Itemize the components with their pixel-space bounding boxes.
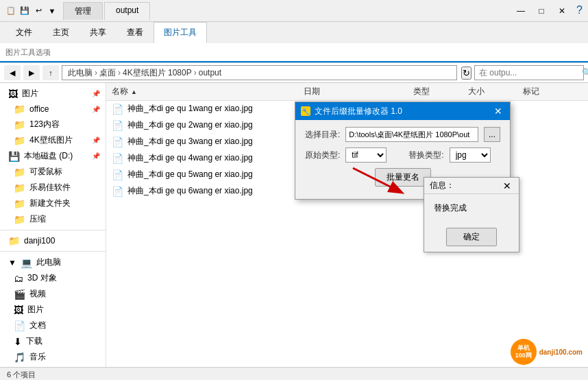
file-icon-4: 📄 [112,153,123,164]
batch-btn-row: 批量更名 [305,168,500,187]
ribbon-tab-home[interactable]: 主页 [42,22,79,43]
path-pc: 此电脑 [68,67,93,79]
sort-arrow: ▲ [131,88,137,95]
browse-button[interactable]: ... [484,127,500,142]
sidebar-item-zip[interactable]: 📁 压缩 [0,211,106,227]
sidebar-item-office[interactable]: 📁 office 📌 [0,102,106,117]
type-row: 原始类型: tif jpg png bmp 替换类型: jpg png bmp … [305,147,500,163]
path-4k: 4K壁纸图片 1080P [123,67,192,79]
sidebar-item-videos[interactable]: 🎬 视频 [0,286,106,302]
refresh-button[interactable]: ↻ [461,67,471,80]
status-bar: 6 个项目 [0,367,588,380]
sidebar-item-3d[interactable]: 🗂 3D 对象 [0,270,106,286]
cute-mouse-icon: 📁 [14,167,25,178]
3d-icon: 🗂 [14,273,23,284]
title-bar: 📋 💾 ↩ ▼ 管理 output — □ ✕ ? [0,0,588,22]
pin-icon3: 📌 [92,136,100,144]
col-header-type[interactable]: 类型 [413,86,468,97]
maximize-button[interactable]: □ [531,4,552,18]
dir-input[interactable] [345,127,478,142]
watermark-circle: 单机100网 [511,339,537,365]
search-input[interactable] [479,68,582,78]
file-icon-2: 📄 [112,120,123,131]
dropdown-arrow-icon[interactable]: ▼ [47,5,58,16]
rename-dialog-close[interactable]: ✕ [492,105,504,117]
quick-access-icon: 📋 [5,5,16,16]
search-icon: 🔍 [582,68,588,78]
status-text: 6 个项目 [7,370,36,380]
sidebar-item-desktop[interactable]: 🖥 桌面 [0,365,106,367]
sidebar-item-easy-software[interactable]: 📁 乐易佳软件 [0,180,106,195]
ribbon-tab-view[interactable]: 查看 [117,22,154,43]
up-button[interactable]: ↑ [42,65,59,80]
title-tabs: 管理 output [63,2,511,20]
source-label: 原始类型: [305,150,340,161]
forward-button[interactable]: ▶ [23,65,40,80]
images-icon: 🖼 [14,305,23,316]
address-bar: ◀ ▶ ↑ 此电脑 › 桌面 › 4K壁纸图片 1080P › output ↻… [0,63,588,83]
pin-icon4: 📌 [92,152,100,160]
tab-manage[interactable]: 管理 [63,2,103,20]
4k-icon: 📁 [14,135,25,146]
file-icon-1: 📄 [112,104,123,115]
sidebar-item-this-pc[interactable]: ▼ 💻 此电脑 [0,254,106,270]
sidebar-item-downloads[interactable]: ⬇ 下载 [0,333,106,349]
file-header: 名称 ▲ 日期 类型 大小 标记 [106,83,588,101]
sidebar-item-music[interactable]: 🎵 音乐 [0,349,106,365]
ribbon-tabs: 文件 主页 共享 查看 图片工具 [0,22,588,43]
col-header-tag[interactable]: 标记 [523,86,564,97]
file-icon-5: 📄 [112,169,123,180]
sidebar-item-local-disk[interactable]: 💾 本地磁盘 (D:) 📌 [0,148,106,164]
easy-software-icon: 📁 [14,182,25,193]
rename-dialog-titlebar: 🔧 文件后缀批量修改器 1.0 ✕ [295,102,510,120]
col-header-name[interactable]: 名称 ▲ [112,86,304,97]
ribbon-tab-picture-tools[interactable]: 图片工具 [154,22,207,43]
danji100-icon: 📁 [8,235,20,246]
ribbon-content: 图片工具选项 [0,43,588,62]
file-icon-6: 📄 [112,186,123,197]
pictures-icon: 🖼 [8,88,18,99]
this-pc-icon: 💻 [21,257,32,268]
batch-rename-button[interactable]: 批量更名 [375,168,431,187]
sidebar-item-123content[interactable]: 📁 123内容 [0,117,106,132]
rename-dialog[interactable]: 🔧 文件后缀批量修改器 1.0 ✕ 选择目录: ... 原始类型: tif jp… [295,102,511,200]
rename-dialog-title: 文件后缀批量修改器 1.0 [315,106,492,117]
sidebar-item-images[interactable]: 🖼 图片 [0,302,106,318]
address-path[interactable]: 此电脑 › 桌面 › 4K壁纸图片 1080P › output [62,65,457,80]
back-button[interactable]: ◀ [4,65,21,80]
dir-label: 选择目录: [305,129,340,141]
ribbon-tab-share[interactable]: 共享 [79,22,117,43]
pin-icon2: 📌 [92,106,100,113]
rename-dialog-body: 选择目录: ... 原始类型: tif jpg png bmp 替换类型: jp… [295,120,510,199]
ribbon-tab-file[interactable]: 文件 [5,22,42,43]
ribbon: 文件 主页 共享 查看 图片工具 图片工具选项 [0,22,588,63]
window-controls: — □ ✕ ? [511,4,583,18]
123content-icon: 📁 [14,119,25,130]
col-header-size[interactable]: 大小 [468,86,523,97]
path-sep2: › [118,68,121,78]
documents-icon: 📄 [14,320,25,331]
minimize-button[interactable]: — [511,4,531,18]
sidebar-item-danji100[interactable]: 📁 danji100 [0,233,106,248]
sidebar-item-new-folder[interactable]: 📁 新建文件夹 [0,195,106,211]
sidebar-item-cute-mouse[interactable]: 📁 可爱鼠标 [0,164,106,180]
sidebar: 🖼 图片 📌 📁 office 📌 📁 123内容 📁 4K壁纸图片 📌 💾 本… [0,83,106,367]
dir-row: 选择目录: ... [305,127,500,142]
sidebar-item-documents[interactable]: 📄 文档 [0,318,106,333]
path-output: output [199,68,221,78]
tab-output[interactable]: output [104,2,150,20]
ribbon-info: 图片工具选项 [5,47,51,58]
sidebar-item-pictures[interactable]: 🖼 图片 📌 [0,86,106,102]
sidebar-item-4k[interactable]: 📁 4K壁纸图片 📌 [0,132,106,148]
source-type-select[interactable]: tif jpg png bmp [345,147,387,163]
search-box[interactable]: 🔍 [474,65,584,80]
close-button[interactable]: ✕ [552,4,572,18]
help-button[interactable]: ? [576,4,583,18]
col-header-date[interactable]: 日期 [304,86,413,97]
target-label: 替换类型: [408,150,443,161]
new-folder-icon: 📁 [14,198,25,209]
target-type-select[interactable]: jpg png bmp tif [450,147,491,163]
path-desktop: 桌面 [99,67,116,79]
this-pc-expand: ▼ [8,258,16,268]
office-icon: 📁 [14,104,25,115]
